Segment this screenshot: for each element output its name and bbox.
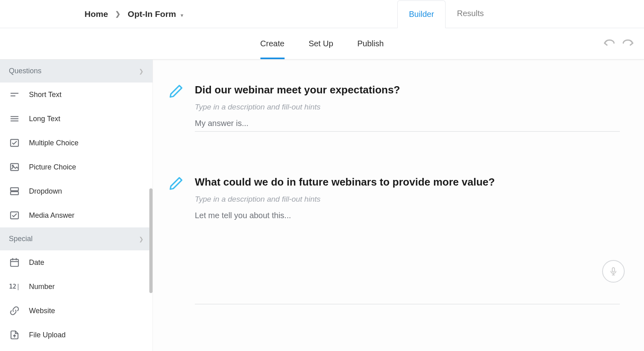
sidebar-group-special[interactable]: Special ❯ <box>0 227 153 250</box>
question-hint[interactable]: Type in a description and fill-out hints <box>195 103 620 111</box>
sidebar-item-date[interactable]: Date <box>0 250 153 275</box>
question-title[interactable]: What could we do in future webinars to p… <box>195 176 620 188</box>
tab-builder[interactable]: Builder <box>397 0 446 28</box>
subtab-setup[interactable]: Set Up <box>309 29 333 59</box>
sidebar-group-questions[interactable]: Questions ❯ <box>0 60 153 83</box>
file-upload-icon <box>9 329 20 341</box>
subtab-publish[interactable]: Publish <box>357 29 384 59</box>
top-bar: Home ❯ Opt-In Form ▾ Builder Results <box>0 0 644 28</box>
sidebar-item-dropdown[interactable]: Dropdown <box>0 179 153 203</box>
question-block[interactable]: Did our webinar meet your expectations? … <box>169 84 620 132</box>
breadcrumb-page-label: Opt-In Form <box>128 9 176 19</box>
question-block[interactable]: What could we do in future webinars to p… <box>169 176 620 304</box>
question-title[interactable]: Did our webinar meet your expectations? <box>195 84 620 96</box>
tab-results[interactable]: Results <box>446 0 495 28</box>
chevron-down-icon[interactable]: ▾ <box>181 12 183 18</box>
sidebar-item-label: Short Text <box>29 91 62 99</box>
redo-icon[interactable] <box>622 38 634 50</box>
sidebar-item-website[interactable]: Website <box>0 299 153 323</box>
sidebar-item-short-text[interactable]: Short Text <box>0 83 153 107</box>
builder-subtabs: Create Set Up Publish <box>260 29 384 59</box>
sidebar-item-media-answer[interactable]: Media Answer <box>0 203 153 227</box>
date-icon <box>9 257 20 268</box>
subtab-create[interactable]: Create <box>260 29 285 59</box>
website-icon <box>9 305 20 316</box>
sidebar-item-label: Picture Choice <box>29 163 76 171</box>
question-hint[interactable]: Type in a description and fill-out hints <box>195 195 620 204</box>
sidebar-item-label: Website <box>29 307 55 315</box>
sidebar-item-label: Media Answer <box>29 211 74 220</box>
form-canvas: Did our webinar meet your expectations? … <box>153 60 644 351</box>
sidebar-item-long-text[interactable]: Long Text <box>0 107 153 131</box>
sidebar-item-label: Number <box>29 283 55 291</box>
sidebar-item-number[interactable]: 12| Number <box>0 275 153 299</box>
dropdown-icon <box>9 186 20 197</box>
svg-rect-16 <box>612 268 615 272</box>
picture-choice-icon <box>9 161 20 173</box>
sidebar-item-label: File Upload <box>29 331 66 339</box>
microphone-button[interactable] <box>602 260 625 283</box>
top-tabs: Builder Results <box>397 0 495 28</box>
answer-input[interactable]: Let me tell you about this... <box>195 211 620 223</box>
sidebar-item-label: Date <box>29 258 44 267</box>
chevron-right-icon: ❯ <box>139 236 144 242</box>
edit-icon <box>169 84 184 132</box>
media-answer-icon <box>9 210 20 221</box>
sidebar: Questions ❯ Short Text Long Text Multipl… <box>0 60 153 351</box>
answer-input[interactable]: My answer is... <box>195 119 620 132</box>
sidebar-item-picture-choice[interactable]: Picture Choice <box>0 155 153 179</box>
sidebar-group-label: Special <box>9 235 33 243</box>
sidebar-group-label: Questions <box>9 67 41 75</box>
undo-redo-group <box>603 38 634 50</box>
short-text-icon <box>9 89 20 100</box>
breadcrumb-home[interactable]: Home <box>85 9 108 19</box>
sidebar-item-file-upload[interactable]: File Upload <box>0 323 153 347</box>
builder-toolbar: Create Set Up Publish <box>0 28 644 60</box>
undo-icon[interactable] <box>603 38 615 50</box>
sidebar-item-label: Dropdown <box>29 187 62 196</box>
svg-rect-9 <box>10 192 19 195</box>
svg-rect-11 <box>10 259 19 266</box>
divider <box>195 304 620 304</box>
scrollbar-thumb[interactable] <box>149 188 153 293</box>
breadcrumb: Home ❯ Opt-In Form ▾ <box>85 9 183 19</box>
chevron-right-icon: ❯ <box>139 68 144 74</box>
sidebar-item-label: Long Text <box>29 115 60 123</box>
svg-point-7 <box>12 165 13 166</box>
svg-rect-8 <box>10 188 19 191</box>
breadcrumb-page[interactable]: Opt-In Form ▾ <box>128 9 183 19</box>
edit-icon <box>169 176 184 304</box>
chevron-right-icon: ❯ <box>115 10 120 18</box>
microphone-icon <box>609 266 618 277</box>
long-text-icon <box>9 113 20 124</box>
sidebar-item-label: Multiple Choice <box>29 139 78 147</box>
number-icon: 12| <box>9 281 20 292</box>
multiple-choice-icon <box>9 137 20 149</box>
sidebar-item-multiple-choice[interactable]: Multiple Choice <box>0 131 153 155</box>
